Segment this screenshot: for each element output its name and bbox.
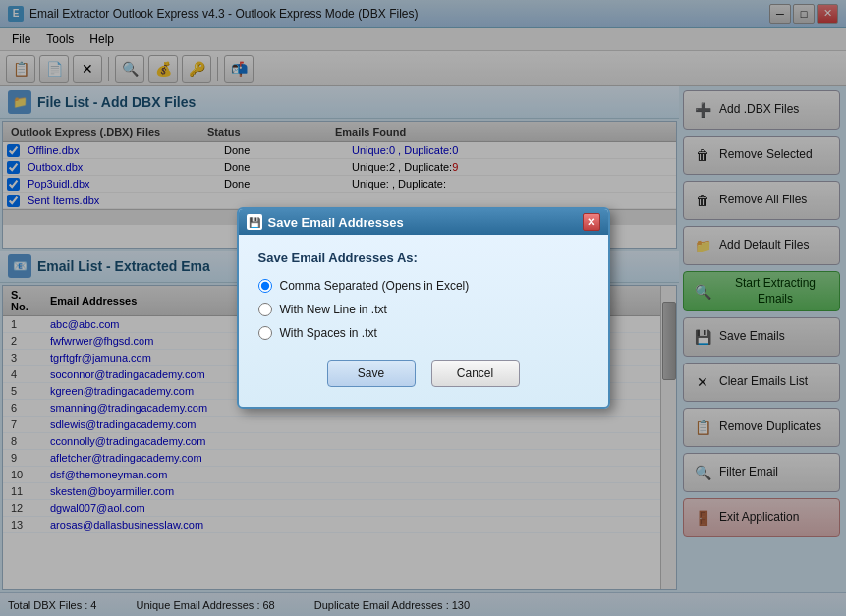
modal-title: Save Email Addresses bbox=[268, 215, 577, 230]
modal-cancel-button[interactable]: Cancel bbox=[431, 360, 520, 387]
modal-title-bar: 💾 Save Email Addresses ✕ bbox=[239, 209, 608, 235]
modal-icon: 💾 bbox=[247, 214, 262, 230]
save-email-modal: 💾 Save Email Addresses ✕ Save Email Addr… bbox=[237, 207, 610, 409]
modal-save-button[interactable]: Save bbox=[327, 360, 416, 387]
radio-csv-label: Comma Separated (Opens in Excel) bbox=[280, 279, 470, 293]
modal-body: Save Email Addresses As: Comma Separated… bbox=[239, 235, 608, 407]
option-spaces[interactable]: With Spaces in .txt bbox=[258, 326, 589, 340]
radio-spaces-label: With Spaces in .txt bbox=[280, 326, 377, 340]
modal-overlay: 💾 Save Email Addresses ✕ Save Email Addr… bbox=[0, 0, 846, 616]
radio-csv[interactable] bbox=[258, 279, 272, 293]
radio-spaces[interactable] bbox=[258, 326, 272, 340]
save-format-options: Comma Separated (Opens in Excel) With Ne… bbox=[258, 279, 589, 340]
modal-footer: Save Cancel bbox=[258, 360, 589, 391]
option-csv[interactable]: Comma Separated (Opens in Excel) bbox=[258, 279, 589, 293]
modal-close-button[interactable]: ✕ bbox=[583, 213, 600, 231]
radio-newline[interactable] bbox=[258, 303, 272, 316]
option-newline[interactable]: With New Line in .txt bbox=[258, 303, 589, 316]
radio-newline-label: With New Line in .txt bbox=[280, 303, 387, 316]
modal-subtitle: Save Email Addresses As: bbox=[258, 251, 589, 265]
